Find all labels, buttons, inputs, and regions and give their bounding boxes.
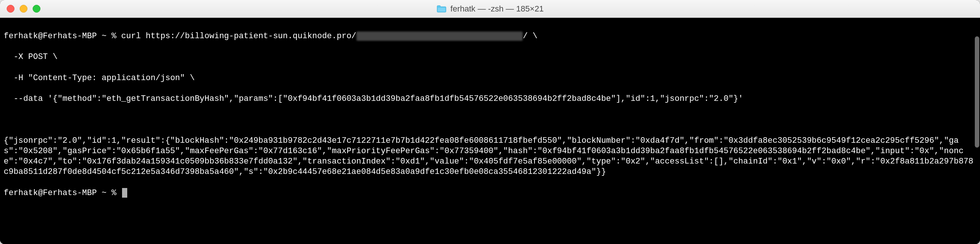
minimize-icon[interactable] (20, 5, 27, 13)
svg-rect-0 (438, 8, 445, 11)
prompt: ferhatk@Ferhats-MBP ~ % (4, 32, 121, 41)
command-line-3: -H "Content-Type: application/json" \ (4, 73, 976, 84)
terminal-window: ferhatk — -zsh — 185×21 ferhatk@Ferhats-… (0, 0, 980, 244)
command-line-4: --data '{"method":"eth_getTransactionByH… (4, 94, 976, 104)
terminal-body[interactable]: ferhatk@Ferhats-MBP ~ % curl https://bil… (0, 18, 980, 244)
maximize-icon[interactable] (33, 5, 40, 13)
cursor-icon (122, 188, 127, 198)
titlebar[interactable]: ferhatk — -zsh — 185×21 (0, 0, 980, 18)
response-output: {"jsonrpc":"2.0","id":1,"result":{"block… (4, 136, 976, 177)
cmd-text: curl https://billowing-patient-sun.quikn… (121, 32, 356, 41)
window-title-text: ferhatk — -zsh — 185×21 (450, 4, 543, 14)
prompt: ferhatk@Ferhats-MBP ~ % (4, 189, 121, 198)
cmd-text-tail: / \ (523, 32, 538, 41)
command-line-2: -X POST \ (4, 52, 976, 62)
folder-icon (436, 5, 447, 13)
window-title: ferhatk — -zsh — 185×21 (436, 4, 543, 14)
traffic-lights (7, 5, 40, 13)
blank-line (4, 114, 976, 125)
prompt-line-2: ferhatk@Ferhats-MBP ~ % (4, 188, 976, 198)
redacted-segment (356, 32, 523, 41)
command-line-1: ferhatk@Ferhats-MBP ~ % curl https://bil… (4, 31, 976, 41)
scrollbar[interactable] (975, 36, 979, 147)
close-icon[interactable] (7, 5, 14, 13)
